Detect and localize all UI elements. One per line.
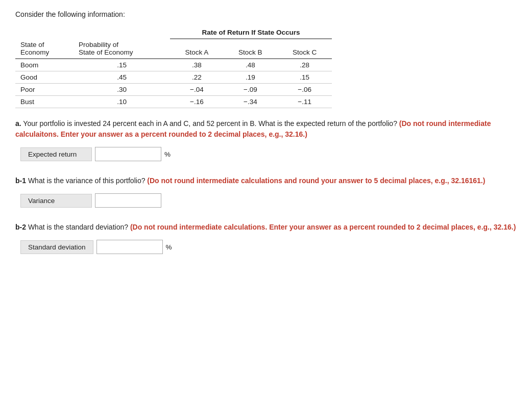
table-top-header: Rate of Return If State Occurs: [170, 27, 332, 39]
cell-b: −.34: [224, 96, 278, 108]
col1-header: State ofEconomy: [15, 39, 74, 59]
table-row: Bust .10 −.16 −.34 −.11: [15, 96, 332, 108]
cell-c: .28: [277, 59, 332, 71]
cell-b: .19: [224, 71, 278, 84]
question-b1: b-1 What is the variance of this portfol…: [15, 175, 517, 208]
cell-a: −.04: [170, 84, 223, 96]
col5-header: Stock C: [277, 39, 332, 59]
cell-state: Bust: [15, 96, 74, 108]
expected-return-label: Expected return: [20, 147, 92, 161]
std-dev-row: Standard deviation %: [20, 240, 517, 254]
std-dev-input[interactable]: [96, 240, 163, 254]
intro-text: Consider the following information:: [15, 10, 517, 18]
cell-a: .38: [170, 59, 223, 71]
cell-c: −.11: [277, 96, 332, 108]
cell-prob: .30: [74, 84, 170, 96]
table-row: Poor .30 −.04 −.09 −.06: [15, 84, 332, 96]
table-row: Boom .15 .38 .48 .28: [15, 59, 332, 71]
question-b2: b-2 What is the standard deviation? (Do …: [15, 222, 517, 254]
question-b1-text: b-1 What is the variance of this portfol…: [15, 175, 517, 186]
cell-prob: .45: [74, 71, 170, 84]
cell-a: .22: [170, 71, 223, 84]
q-a-prefix: a.: [15, 119, 21, 128]
question-a-text: a. Your portfolio is invested 24 percent…: [15, 118, 517, 140]
q-b2-prefix: b-2: [15, 223, 26, 231]
cell-a: −.16: [170, 96, 223, 108]
cell-b: −.09: [224, 84, 278, 96]
cell-state: Good: [15, 71, 74, 84]
question-a: a. Your portfolio is invested 24 percent…: [15, 118, 517, 161]
expected-return-pct: %: [164, 150, 171, 158]
expected-return-row: Expected return %: [20, 147, 517, 161]
variance-row: Variance: [20, 193, 517, 208]
q-b1-normal: What is the variance of this portfolio?: [26, 177, 147, 185]
std-dev-label: Standard deviation: [20, 240, 93, 254]
q-b2-highlight: (Do not round intermediate calculations.…: [130, 223, 516, 231]
table-row: Good .45 .22 .19 .15: [15, 71, 332, 84]
cell-state: Poor: [15, 84, 74, 96]
col2-header: Probability ofState of Economy: [74, 39, 170, 59]
q-b1-highlight: (Do not round intermediate calculations …: [147, 177, 485, 185]
cell-prob: .15: [74, 59, 170, 71]
col4-header: Stock B: [224, 39, 278, 59]
q-b2-normal: What is the standard deviation?: [26, 223, 130, 231]
cell-prob: .10: [74, 96, 170, 108]
cell-c: .15: [277, 71, 332, 84]
question-b2-text: b-2 What is the standard deviation? (Do …: [15, 222, 517, 233]
cell-state: Boom: [15, 59, 74, 71]
cell-c: −.06: [277, 84, 332, 96]
data-table: Rate of Return If State Occurs State ofE…: [15, 27, 332, 108]
q-a-normal: Your portfolio is invested 24 percent ea…: [21, 119, 399, 128]
col3-header: Stock A: [170, 39, 223, 59]
expected-return-input[interactable]: [95, 147, 161, 161]
q-b1-prefix: b-1: [15, 177, 26, 185]
variance-label: Variance: [20, 194, 92, 208]
cell-b: .48: [224, 59, 278, 71]
std-dev-pct: %: [166, 243, 172, 251]
variance-input[interactable]: [95, 193, 161, 208]
